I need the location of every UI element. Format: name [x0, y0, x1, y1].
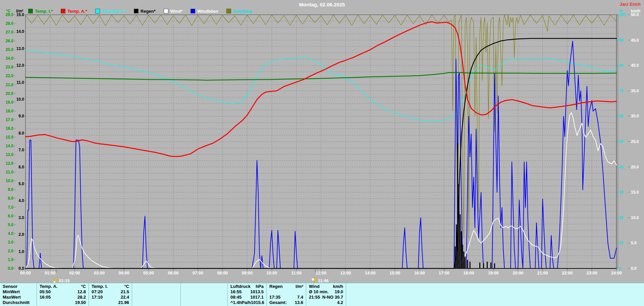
x-axis-label: 15:00: [389, 271, 400, 275]
y-axis-label: 3.0: [8, 240, 13, 245]
stat-cell-value: 21.96: [118, 300, 129, 305]
stats-column-empty-3: [181, 283, 228, 306]
stat-cell-value: 1015.6: [251, 300, 264, 305]
stat-cell-time: Ø 10 min.: [309, 289, 329, 295]
x-axis-label: 17:00: [439, 271, 449, 275]
x-axis-label: 19:00: [488, 271, 499, 275]
y-axis-label: 8.0: [8, 196, 13, 201]
y-axis-label: 45.0: [631, 38, 639, 43]
x-axis-label: 21:00: [537, 271, 548, 275]
x-axis-label: 00:00: [20, 271, 31, 275]
stats-row-header: MinWert: [3, 289, 20, 295]
y-axis-label: 2.0: [8, 249, 13, 253]
weather-station-window: Montag, 02.06.2025 Jarz Erich °C l/m² % …: [0, 0, 644, 306]
y-axis-label: 90: [619, 38, 624, 43]
stat-cell-time: 16:05: [40, 295, 51, 300]
y-axis-label: 28.0: [6, 21, 14, 26]
stat-column-unit: °C: [124, 284, 129, 289]
x-axis-label: 11:00: [291, 271, 302, 275]
y-axis-label: 14.0: [16, 29, 24, 34]
x-axis-label: 06:00: [168, 271, 179, 275]
y-axis-label: 5.0: [8, 222, 13, 227]
y-axis-label: 70: [619, 89, 624, 93]
y-axis-label: 1.0: [8, 257, 13, 262]
y-axis-label: 1.0: [18, 249, 24, 254]
stat-cell-time: 17:10: [92, 295, 103, 300]
y-axis-label: 26.0: [6, 39, 14, 43]
y-axis-label: 0.0: [18, 266, 24, 271]
y-axis-label: 20.0: [631, 165, 639, 169]
y-axis-label: 30.0: [631, 114, 639, 118]
y-axis-label: 17.0: [6, 117, 14, 122]
y-axis-label: 12.0: [16, 63, 24, 68]
y-axis-label: 8.0: [18, 131, 24, 136]
stat-cell-value: N-NO 30.7: [322, 295, 343, 300]
stat-cell-value: 1017.1: [250, 295, 264, 300]
y-axis-label: 6.0: [18, 165, 24, 169]
x-axis-label: 13:00: [340, 271, 351, 275]
lightning-sun-icon: [312, 278, 317, 283]
y-axis-label: 10: [619, 241, 624, 245]
y-axis-label: 29.0: [6, 12, 14, 17]
stat-cell-value: 19.0: [335, 289, 343, 295]
stats-row-headers: SensorMinWertMaxWertDurchschnitt: [0, 283, 37, 306]
lightning-icon: [54, 278, 58, 283]
stats-row-header: Sensor: [3, 284, 17, 289]
x-axis-label: 09:00: [242, 271, 253, 275]
y-axis-label: 13.0: [6, 152, 14, 157]
y-axis-label: 11.0: [16, 80, 24, 85]
x-axis-label: 20:00: [513, 271, 523, 275]
y-axis-label: 14.0: [6, 144, 14, 148]
stat-cell-time: 08:45: [230, 295, 241, 300]
stats-column-empty-2: [132, 283, 181, 306]
y-axis-label: 20.0: [6, 91, 14, 96]
stat-column-name: Temp. A.: [40, 284, 57, 289]
y-axis-label: 12.0: [6, 161, 14, 166]
y-axis-label: 40.0: [631, 63, 639, 68]
y-axis-label: 60: [619, 114, 624, 118]
series-temp-a-: [25, 22, 616, 156]
x-axis-label: 14:00: [365, 271, 376, 275]
y-axis-label: 10.0: [631, 215, 639, 220]
x-axis-label: 04:00: [119, 271, 129, 275]
stats-column-empty-7: [346, 283, 644, 306]
y-axis-label: 0.0: [631, 266, 637, 271]
y-axis-label: 50.0: [631, 12, 639, 17]
y-axis-label: 25.0: [6, 47, 14, 52]
y-axis-label: 10.0: [16, 97, 24, 102]
y-axis-label: 22.0: [6, 73, 14, 78]
stat-cell-time: Gesamt:: [269, 300, 287, 305]
y-axis-label: 25.0: [631, 139, 639, 144]
stat-column-name: Wind: [309, 284, 320, 289]
stat-column-name: Regen: [269, 284, 283, 289]
stat-column-unit: hPa: [256, 284, 264, 289]
stat-cell-value: 28.2: [77, 295, 86, 300]
stat-column-unit: l/m²: [296, 284, 303, 289]
stats-row-header: MaxWert: [3, 295, 21, 300]
x-axis-label: 22:00: [562, 271, 573, 275]
y-axis-label: 9.0: [8, 187, 13, 192]
stat-column-unit: km/h: [333, 284, 343, 289]
x-axis-label: 10:00: [266, 271, 277, 275]
x-axis-label: 16:00: [414, 271, 425, 275]
y-axis-label: 5.0: [631, 241, 637, 245]
y-axis-label: 0.0: [8, 266, 13, 271]
y-axis-label: 20: [619, 215, 624, 220]
weather-day-chart: 0.01.02.03.04.05.06.07.08.09.010.011.012…: [0, 0, 644, 283]
stat-cell-value: 21.5: [121, 289, 129, 295]
stats-column-regen: Regenl/m²17:357.4Gesamt:13.6: [267, 283, 306, 306]
y-axis-label: 15.0: [631, 190, 639, 195]
x-axis-label: 12:00: [316, 271, 326, 275]
stat-cell-time: 05:50: [40, 289, 51, 295]
stats-row-header: Durchschnitt: [3, 300, 30, 305]
stat-cell-value: 19.50: [75, 300, 86, 305]
y-axis-label: 19.0: [6, 100, 14, 105]
x-axis-label: 07:00: [193, 271, 203, 275]
y-axis-label: 5.0: [18, 182, 24, 186]
stat-cell-value: 7.4: [297, 295, 303, 300]
x-axis-label: 01:00: [45, 271, 55, 275]
y-axis-label: 3.0: [18, 215, 24, 220]
y-axis-label: 35.0: [631, 89, 639, 93]
y-axis-label: 40: [619, 165, 624, 169]
y-axis-label: 7.0: [8, 205, 13, 210]
